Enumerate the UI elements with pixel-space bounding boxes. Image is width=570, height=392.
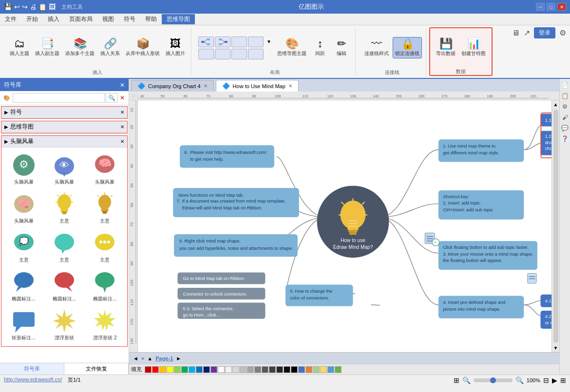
mindmap-section-header[interactable]: ▶ 思维导图 ✕ — [1, 121, 127, 133]
page-arrow-up[interactable]: ▲ — [147, 355, 152, 361]
canvas-content-area[interactable]: 10 20 30 40 50 60 70 80 90 100 110 120 1… — [129, 100, 559, 352]
layout-btn-6[interactable] — [215, 49, 230, 59]
menu-start[interactable]: 开始 — [21, 14, 43, 24]
list-item[interactable]: 矩形标注... — [4, 306, 43, 343]
menu-insert[interactable]: 插入 — [43, 14, 64, 24]
redo-icon[interactable]: ↪ — [22, 3, 28, 11]
add-multi-button[interactable]: 📚 添加多个主题 — [63, 37, 96, 58]
minimize-button[interactable]: ─ — [536, 3, 545, 11]
zoom-slider[interactable] — [474, 378, 513, 382]
list-item[interactable]: 主意 — [45, 189, 83, 226]
layout-btn-1[interactable] — [198, 37, 214, 47]
tab-file-recovery[interactable]: 文件恢复 — [64, 363, 129, 374]
insert-subtopic-button[interactable]: 📑 插入副主题 — [33, 37, 61, 58]
zoom-thumb[interactable] — [490, 377, 496, 383]
color-swatch-accent5[interactable] — [327, 366, 334, 373]
layout-dropdown[interactable]: ▼ — [265, 37, 273, 47]
presentation-button[interactable]: ▶ — [552, 376, 557, 384]
color-swatch-gray8[interactable] — [276, 366, 283, 373]
color-swatch-gray2[interactable] — [232, 366, 239, 373]
list-item[interactable]: 主意 — [86, 228, 124, 265]
connector-style-button[interactable]: 〰 连接线样式 — [362, 37, 391, 58]
insert-from-lib-button[interactable]: 📦 从库中插入形状 — [124, 37, 162, 58]
color-swatch-accent4[interactable] — [320, 366, 327, 373]
vertical-scrollbar[interactable]: ▲ ▼ — [551, 100, 559, 352]
list-item[interactable]: 👁 头脑风暴 — [45, 150, 83, 187]
list-item[interactable]: 椭圆标注... — [86, 267, 124, 304]
lock-connector-button[interactable]: 🔒 锁定连接线 — [393, 37, 422, 58]
zoom-in-button[interactable]: 🔍 — [515, 376, 524, 384]
brainstorm-close-icon[interactable]: ✕ — [120, 139, 124, 144]
color-swatch-yellow[interactable] — [167, 366, 173, 373]
menu-symbol[interactable]: 符号 — [119, 14, 140, 24]
color-swatch-red[interactable] — [152, 366, 159, 373]
insert-relation-button[interactable]: 🔗 插入关系 — [98, 37, 122, 58]
menu-help[interactable]: 帮助 — [140, 14, 162, 24]
color-swatch-gray5[interactable] — [254, 366, 261, 373]
color-swatch-gray3[interactable] — [240, 366, 247, 373]
scroll-down-button[interactable]: ▼ — [552, 344, 559, 352]
right-panel-btn-2[interactable]: 📋 — [561, 92, 570, 100]
clipboard-icon[interactable]: 📋 — [38, 3, 47, 11]
color-swatch-black[interactable] — [291, 366, 298, 373]
share-icon[interactable]: ↗ — [524, 28, 530, 37]
right-panel-btn-1[interactable]: 📄 — [561, 81, 570, 90]
right-panel-btn-3[interactable]: ⚙ — [561, 102, 570, 111]
tab-symbol-library[interactable]: 符号库 — [0, 363, 64, 374]
page-right-arrow[interactable]: ► — [176, 355, 181, 361]
list-item[interactable]: 椭圆标注... — [45, 267, 83, 304]
mind-map-canvas[interactable]: How to use Edraw Mind Map? 8. Please vis… — [138, 100, 559, 352]
color-swatch-sky[interactable] — [189, 366, 195, 373]
color-swatch-accent2[interactable] — [305, 366, 312, 373]
print-icon[interactable]: 🖨 — [30, 3, 37, 11]
tab-company-org-chart[interactable]: 🔷 Company Org Chart 4 ✕ — [131, 80, 214, 92]
color-swatch-navy[interactable] — [203, 366, 210, 373]
zoom-out-button[interactable]: 🔍 — [462, 376, 471, 384]
layout-btn-3[interactable] — [231, 37, 247, 47]
color-palette-icon[interactable]: 🎨 — [2, 93, 12, 103]
menu-file[interactable]: 文件 — [0, 14, 21, 24]
grid-button[interactable]: ⊞ — [560, 376, 566, 384]
org-chart-tab-close[interactable]: ✕ — [204, 83, 208, 89]
fit-width-button[interactable]: ⊟ — [543, 376, 549, 384]
color-swatch-gray6[interactable] — [262, 366, 268, 373]
scroll-thumb[interactable] — [553, 110, 558, 343]
list-item[interactable]: 💭 主意 — [4, 228, 43, 265]
menu-mindmap[interactable]: 思维导图 — [162, 14, 195, 24]
color-swatch-gray4[interactable] — [247, 366, 254, 373]
edit-button[interactable]: ✏ 编辑 — [332, 37, 351, 58]
export-data-button[interactable]: 💾 导出数据 — [434, 37, 457, 58]
color-swatch-white[interactable] — [218, 366, 225, 373]
login-button[interactable]: 登录 — [534, 27, 555, 38]
search-input[interactable] — [13, 93, 105, 103]
color-swatch-gray1[interactable] — [225, 366, 232, 373]
toolbar-icons[interactable]: 💾 ↩ ↪ 🖨 📋 🖼 — [4, 3, 56, 11]
symbol-section-header[interactable]: ▶ 符号 ✕ — [1, 107, 127, 118]
scroll-up-button[interactable]: ▲ — [552, 100, 559, 109]
list-item[interactable]: 🧠 头脑风暴 — [86, 150, 124, 187]
maximize-button[interactable]: □ — [547, 3, 555, 11]
insert-image-button[interactable]: 🖼 插入图片 — [164, 37, 187, 58]
layout-btn-2[interactable] — [215, 37, 230, 47]
menu-view[interactable]: 视图 — [97, 14, 119, 24]
search-button[interactable]: 🔍 — [106, 93, 118, 103]
color-swatch-purple[interactable] — [210, 366, 217, 373]
layout-btn-8[interactable] — [248, 49, 264, 59]
color-swatch-orange[interactable] — [159, 366, 166, 373]
mind-map-theme-button[interactable]: 🎨 思维导图主题 — [275, 37, 308, 58]
right-panel-btn-6[interactable]: ❓ — [561, 134, 570, 143]
window-controls[interactable]: ─ □ ✕ — [536, 3, 566, 11]
tab-how-to-use[interactable]: 🔷 How to Use Mind Map ✕ — [216, 80, 299, 92]
spacing-button[interactable]: ↕ 间距 — [310, 37, 330, 58]
color-swatch-accent3[interactable] — [313, 366, 320, 373]
sidebar-close-icon[interactable]: ✕ — [120, 82, 125, 89]
right-panel-btn-4[interactable]: 🖌 — [561, 113, 570, 122]
screen-icon[interactable]: 🖥 — [512, 29, 520, 37]
menu-page-layout[interactable]: 页面布局 — [64, 14, 97, 24]
color-swatch-green[interactable] — [181, 366, 188, 373]
page-add-button[interactable]: + — [141, 355, 144, 361]
save-icon[interactable]: 💾 — [4, 3, 12, 11]
color-swatch-accent6[interactable] — [335, 366, 342, 373]
close-button[interactable]: ✕ — [557, 3, 566, 11]
color-swatch-lime[interactable] — [174, 366, 181, 373]
